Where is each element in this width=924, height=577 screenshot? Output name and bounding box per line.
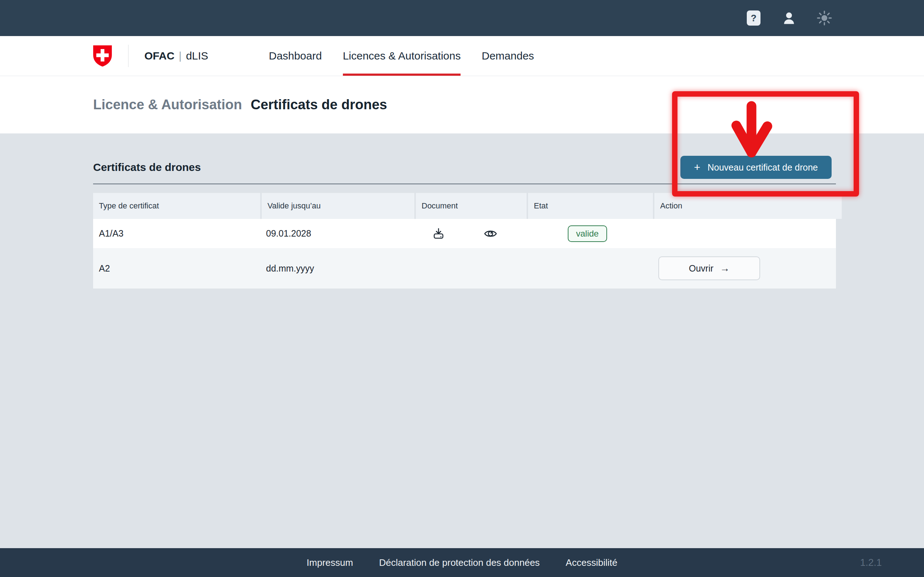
footer-link-accessibility[interactable]: Accessibilité: [565, 557, 617, 568]
col-valid-until: Valide jusqu’au: [262, 193, 414, 219]
certificates-table: Type de certificat Valide jusqu’au Docum…: [93, 193, 836, 288]
col-state: Etat: [528, 193, 653, 219]
nav-demandes[interactable]: Demandes: [481, 36, 534, 76]
col-document: Document: [416, 193, 527, 219]
brand: OFAC | dLIS: [92, 36, 208, 76]
status-badge: valide: [568, 226, 607, 242]
app-header: OFAC | dLIS Dashboard Licences & Autoris…: [0, 36, 924, 76]
section-title: Certificats de drones: [93, 161, 201, 174]
cell-valid-until: 09.01.2028: [260, 219, 413, 248]
footer-link-data-protection[interactable]: Déclaration de protection des données: [379, 557, 540, 568]
new-drone-certificate-button[interactable]: + Nouveau certificat de drone: [680, 156, 832, 179]
help-icon[interactable]: ?: [745, 10, 762, 27]
page-title-current: Certificats de drones: [250, 97, 387, 113]
col-type: Type de certificat: [93, 193, 260, 219]
section-divider: [93, 184, 836, 184]
brand-text: OFAC | dLIS: [144, 50, 208, 62]
table-row: A2 dd.mm.yyyy Ouvrir →: [93, 248, 836, 288]
table-row: A1/A3 09.01.2028: [93, 219, 836, 248]
footer-link-impressum[interactable]: Impressum: [307, 557, 353, 568]
section-head: Certificats de drones + Nouveau certific…: [93, 134, 836, 179]
footer: Impressum Déclaration de protection des …: [0, 548, 924, 577]
brand-org: OFAC: [144, 50, 174, 62]
table-header-row: Type de certificat Valide jusqu’au Docum…: [93, 193, 836, 219]
cell-valid-until: dd.mm.yyyy: [260, 248, 413, 288]
cell-type: A1/A3: [93, 219, 260, 248]
app-version: 1.2.1: [860, 557, 882, 568]
main-nav: Dashboard Licences & Autorisations Deman…: [269, 36, 534, 76]
help-glyph: ?: [747, 10, 761, 26]
arrow-right-icon: →: [720, 263, 730, 274]
content-area: Certificats de drones + Nouveau certific…: [0, 134, 924, 548]
nav-licences-autorisations[interactable]: Licences & Autorisations: [343, 36, 461, 76]
topbar: ?: [0, 0, 924, 36]
cell-action: [649, 219, 836, 248]
user-icon[interactable]: [780, 10, 798, 27]
open-button[interactable]: Ouvrir →: [658, 256, 760, 280]
plus-icon: +: [694, 162, 701, 173]
cell-state: [524, 248, 649, 288]
cell-state: valide: [524, 219, 649, 248]
page-title-section: Licence & Autorisation: [93, 97, 242, 113]
nav-dashboard[interactable]: Dashboard: [269, 36, 322, 76]
page-title-band: Licence & Autorisation Certificats de dr…: [0, 76, 924, 134]
new-drone-certificate-label: Nouveau certificat de drone: [708, 162, 818, 173]
open-button-label: Ouvrir: [689, 263, 713, 274]
cell-action: Ouvrir →: [649, 248, 836, 288]
swiss-shield-logo-icon: [92, 45, 113, 67]
brand-divider: [128, 45, 129, 67]
cell-type: A2: [93, 248, 260, 288]
view-icon[interactable]: [483, 226, 498, 241]
brand-app: dLIS: [186, 50, 208, 62]
page-title: Licence & Autorisation Certificats de dr…: [93, 97, 387, 113]
cell-document: [413, 248, 524, 288]
download-icon[interactable]: [432, 227, 446, 240]
col-action: Action: [654, 193, 842, 219]
cell-document: [413, 219, 524, 248]
brand-separator: |: [179, 50, 181, 62]
theme-sun-icon[interactable]: [816, 10, 833, 27]
